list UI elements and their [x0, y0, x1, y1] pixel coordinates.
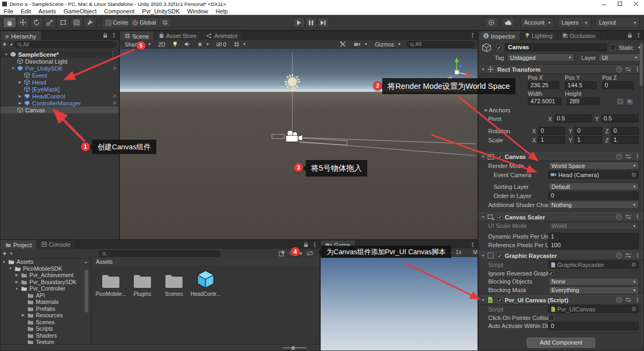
more-icon[interactable]: ⋮ — [634, 213, 640, 220]
hidden-objects-icon[interactable]: 0 — [214, 41, 229, 48]
help-icon[interactable]: ? — [616, 297, 622, 303]
scale-y-field[interactable]: 1 — [574, 136, 602, 144]
close-icon[interactable] — [628, 0, 644, 7]
dynamic-pixels-field[interactable]: 1 — [548, 233, 639, 241]
step-button[interactable] — [317, 17, 329, 28]
asset-scenes[interactable]: Scenes — [159, 269, 189, 297]
maximize-icon[interactable] — [612, 0, 628, 7]
project-folder-api[interactable]: API — [1, 292, 90, 299]
hierarchy-item-pvr-unitysdk[interactable]: ▼Pvr_UnitySDK> — [1, 65, 119, 72]
menu-pvr-unitysdk[interactable]: Pvr_UnitySDK — [138, 8, 183, 14]
hierarchy-item-event[interactable]: Event — [1, 72, 119, 79]
graphic-raycaster-header[interactable]: ▼ ✓ Graphic Raycaster ?⋮ — [479, 251, 643, 260]
presets-icon[interactable] — [625, 253, 631, 258]
add-icon[interactable]: + — [3, 41, 6, 48]
scene-lighting-icon[interactable] — [171, 41, 179, 48]
scene-tools-icon[interactable] — [338, 41, 348, 48]
menu-assets[interactable]: Assets — [35, 8, 60, 14]
hierarchy-item-samplescene[interactable]: ▼SampleScene*⋮ — [1, 51, 119, 58]
scene-viewport[interactable]: Persp — [120, 49, 478, 239]
tab-asset-store[interactable]: Asset Store — [154, 32, 202, 40]
tab-animator[interactable]: Animator — [202, 32, 243, 40]
more-icon[interactable]: ⋮ — [469, 32, 475, 39]
thumbnail-size-knob[interactable] — [291, 346, 295, 350]
add-component-button[interactable]: Add Component — [527, 338, 595, 348]
project-folder-assets[interactable]: ▼Assets — [1, 258, 90, 265]
layout-dropdown[interactable]: Layout▾ — [595, 17, 640, 28]
scale-z-field[interactable]: 1 — [611, 136, 639, 144]
menu-edit[interactable]: Edit — [17, 8, 35, 14]
2d-toggle[interactable]: 2D — [156, 41, 167, 48]
cloud-icon[interactable] — [501, 17, 515, 28]
effects-dropdown[interactable]: ▾ — [195, 41, 211, 48]
scale-tool-button[interactable] — [43, 17, 56, 28]
hierarchy-item-controllermanager[interactable]: ▶ControllerManager> — [1, 100, 119, 106]
hierarchy-item-headcontrol[interactable]: ▶HeadControl> — [1, 93, 119, 100]
event-camera-field[interactable]: Head (Camera)⊙ — [548, 171, 639, 179]
project-folder-picomobilesdk[interactable]: ▼PicoMobileSDK — [1, 265, 90, 272]
scene-grid-dropdown[interactable]: ▾ — [232, 41, 248, 48]
project-tree-scrollbar[interactable] — [85, 270, 88, 312]
presets-icon[interactable] — [625, 215, 631, 219]
tab-occlusion[interactable]: Occlusion — [558, 32, 601, 40]
component-enabled-checkbox[interactable]: ✓ — [497, 297, 503, 303]
more-icon[interactable]: ⋮ — [111, 32, 117, 39]
transform-tool-button[interactable] — [70, 17, 83, 28]
canvas-scaler-header[interactable]: ▼ ✓ Canvas Scaler ?⋮ — [479, 212, 643, 222]
lock-icon[interactable] — [627, 33, 632, 39]
hand-tool-button[interactable] — [3, 17, 16, 28]
project-folder-resources[interactable]: ▶Resources — [1, 312, 90, 319]
tab-lighting[interactable]: Lighting — [520, 32, 558, 40]
object-picker-icon[interactable]: ⊙ — [632, 172, 636, 178]
menu-file[interactable]: File — [0, 8, 17, 14]
order-in-layer-field[interactable]: 0 — [548, 192, 639, 200]
rect-transform-header[interactable]: ▼ Rect Transform ?⋮ — [479, 65, 643, 74]
help-icon[interactable]: ? — [616, 214, 622, 220]
width-field[interactable]: 472.5001 — [528, 97, 562, 105]
blocking-objects-dropdown[interactable]: None▾ — [548, 278, 639, 286]
auto-activate-field[interactable]: 0 — [548, 322, 639, 330]
height-field[interactable]: 289 — [567, 97, 601, 105]
project-folder-scripts[interactable]: Scripts — [1, 325, 90, 332]
maximize-on-play-label[interactable]: M — [473, 249, 478, 255]
pivot-x-field[interactable]: 0.5 — [554, 115, 592, 123]
asset-plugins[interactable]: Plugins — [127, 269, 157, 297]
more-icon[interactable]: ⋮ — [469, 241, 475, 248]
menu-help[interactable]: Help — [212, 8, 232, 14]
component-enabled-checkbox[interactable]: ✓ — [497, 215, 503, 220]
component-enabled-checkbox[interactable]: ✓ — [497, 253, 503, 258]
pos-x-field[interactable]: 236.25 — [528, 81, 559, 89]
sorting-layer-dropdown[interactable]: Default▾ — [548, 182, 639, 190]
version-control-icon[interactable] — [484, 17, 498, 28]
component-enabled-checkbox[interactable]: ✓ — [497, 154, 503, 159]
gizmos-dropdown[interactable]: Gizmos▾ — [373, 41, 403, 48]
tab-scene[interactable]: Scene — [120, 32, 154, 40]
more-icon[interactable]: ⋮ — [634, 153, 640, 160]
rotation-y-field[interactable]: 0 — [574, 127, 602, 135]
inspector-scrollbar[interactable] — [640, 43, 643, 86]
hierarchy-item-eyemask[interactable]: [EyeMask] — [1, 86, 119, 93]
ignore-reversed-graphics-checkbox[interactable]: ✓ — [548, 270, 554, 276]
help-icon[interactable]: ? — [616, 253, 622, 258]
reference-pixels-field[interactable]: 100 — [548, 241, 639, 249]
anchors-label[interactable]: Anchors — [489, 107, 510, 113]
static-checkbox[interactable] — [610, 44, 616, 50]
project-folder-scenes[interactable]: Scenes — [1, 319, 90, 326]
active-checkbox[interactable]: ✓ — [496, 44, 502, 50]
pvr-ui-canvas-header[interactable]: ▼ ✓ Pvr_UI Canvas (Script) ?⋮ — [479, 295, 643, 304]
grid-snap-button[interactable] — [158, 17, 171, 28]
scroll-up-icon[interactable]: ▲ — [84, 260, 88, 264]
tab-console[interactable]: Console — [37, 240, 75, 249]
click-on-pointer-checkbox[interactable] — [548, 315, 554, 321]
hidden-count-icon[interactable] — [307, 251, 313, 256]
rect-tool-button[interactable] — [57, 17, 70, 28]
menu-component[interactable]: Component — [100, 8, 138, 14]
more-icon[interactable]: ⋮ — [312, 241, 317, 248]
additional-shader-channels-dropdown[interactable]: Nothing▾ — [548, 201, 639, 209]
presets-icon[interactable] — [625, 67, 631, 72]
pivot-y-field[interactable]: 0.5 — [601, 115, 639, 123]
add-dropdown-icon[interactable]: ▾ — [10, 251, 12, 256]
asset-headcontr[interactable]: HeadContr... — [191, 269, 221, 297]
asset-picomobile[interactable]: PicoMobile... — [96, 269, 126, 297]
search-by-type-icon[interactable] — [279, 250, 285, 256]
